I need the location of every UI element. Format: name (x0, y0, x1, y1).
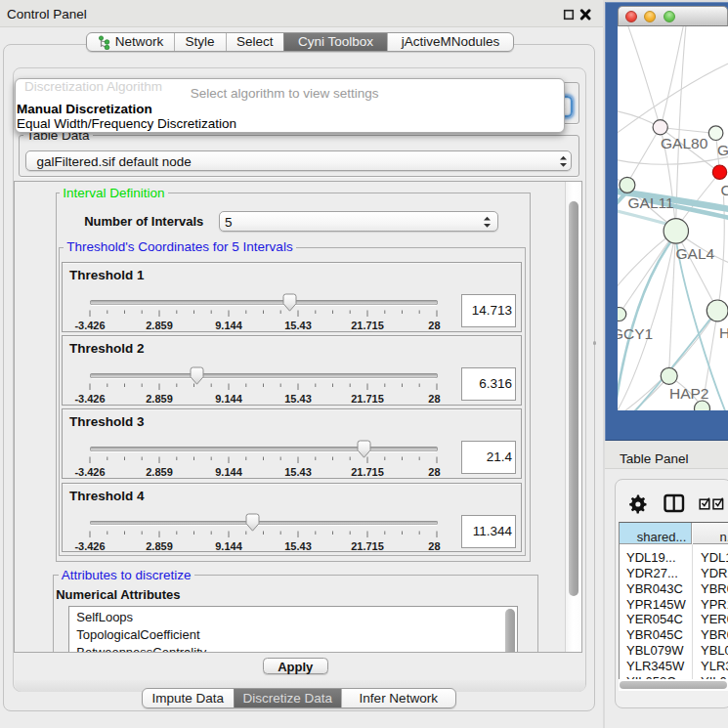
svg-text:GA: GA (717, 141, 728, 157)
svg-text:GCY1: GCY1 (618, 324, 653, 341)
svg-text:GAL4: GAL4 (675, 244, 714, 261)
svg-text:H: H (719, 323, 728, 340)
svg-text:GAL11: GAL11 (627, 193, 673, 210)
svg-text:C: C (720, 181, 728, 197)
svg-text:GAL80: GAL80 (661, 134, 708, 150)
svg-text:HAP2: HAP2 (669, 385, 709, 402)
